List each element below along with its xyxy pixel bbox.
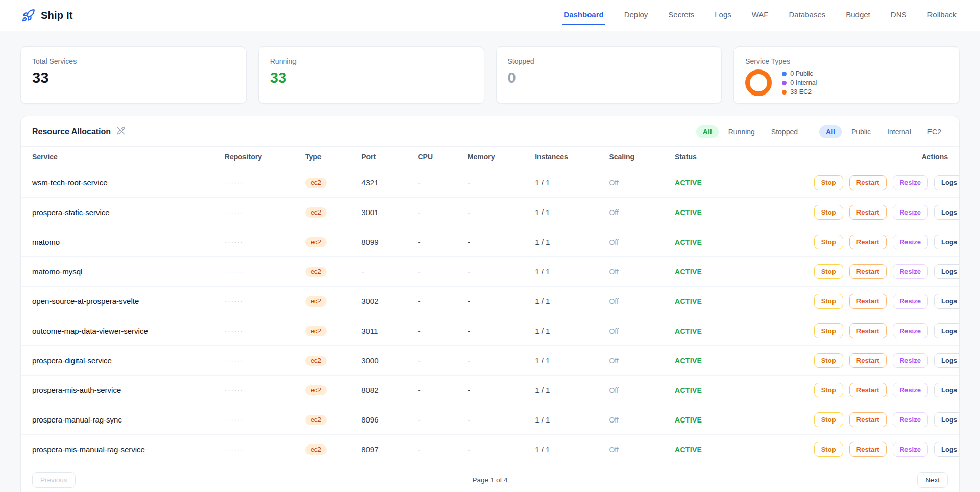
logs-button[interactable]: Logs [934, 383, 959, 397]
restart-button[interactable]: Restart [849, 323, 887, 338]
edit-off-icon [117, 127, 125, 137]
restart-button[interactable]: Restart [849, 353, 887, 368]
status-badge: ACTIVE [675, 376, 810, 405]
filter-status-all[interactable]: All [696, 125, 719, 138]
table-row: prospera-digital-service ······ ec2 3000… [21, 346, 959, 376]
resize-button[interactable]: Resize [893, 294, 928, 309]
resize-button[interactable]: Resize [893, 323, 928, 338]
restart-button[interactable]: Restart [849, 383, 887, 397]
filter-type-public[interactable]: Public [845, 125, 877, 138]
restart-button[interactable]: Restart [849, 264, 887, 279]
repository-masked: ······ [225, 198, 305, 227]
filter-status-running[interactable]: Running [722, 125, 762, 138]
status-badge: ACTIVE [675, 198, 810, 227]
scaling-cell: Off [609, 227, 675, 257]
restart-button[interactable]: Restart [849, 205, 887, 220]
resize-button[interactable]: Resize [893, 264, 928, 279]
type-badge: ec2 [305, 296, 327, 307]
table-header-row: Service Repository Type Port CPU Memory … [21, 147, 959, 168]
stop-button[interactable]: Stop [814, 294, 843, 309]
status-badge: ACTIVE [675, 405, 810, 435]
logs-button[interactable]: Logs [934, 442, 959, 457]
scaling-cell: Off [609, 257, 675, 287]
resize-button[interactable]: Resize [893, 175, 928, 190]
memory-cell: - [468, 346, 535, 376]
restart-button[interactable]: Restart [849, 442, 887, 457]
table-row: prospera-static-service ······ ec2 3001 … [21, 198, 959, 227]
filter-type-internal[interactable]: Internal [880, 125, 918, 138]
card-types-label: Service Types [745, 57, 948, 65]
tab-rollback[interactable]: Rollback [926, 6, 958, 25]
legend-dot-ec2 [782, 90, 787, 95]
legend-label-public: 0 Public [790, 70, 813, 77]
tab-waf[interactable]: WAF [751, 6, 770, 25]
cpu-cell: - [418, 198, 467, 227]
filter-type-ec2[interactable]: EC2 [921, 125, 948, 138]
resize-button[interactable]: Resize [893, 235, 928, 249]
filter-status-stopped[interactable]: Stopped [765, 125, 804, 138]
repository-masked: ······ [225, 376, 305, 405]
tab-logs[interactable]: Logs [714, 6, 732, 25]
card-stopped: Stopped 0 [496, 46, 722, 104]
stop-button[interactable]: Stop [814, 323, 843, 338]
table-row: outcome-map-data-viewer-service ······ e… [21, 316, 959, 346]
restart-button[interactable]: Restart [849, 294, 887, 309]
service-name: prospera-manual-rag-sync [21, 405, 225, 435]
stop-button[interactable]: Stop [814, 353, 843, 368]
tab-budget[interactable]: Budget [845, 6, 871, 25]
filter-type-all[interactable]: All [819, 125, 842, 138]
restart-button[interactable]: Restart [849, 235, 887, 249]
scaling-cell: Off [609, 168, 675, 198]
logs-button[interactable]: Logs [934, 205, 959, 220]
tab-databases[interactable]: Databases [788, 6, 827, 25]
scaling-cell: Off [609, 287, 675, 316]
logs-button[interactable]: Logs [934, 294, 959, 309]
table-row: matomo-mysql ······ ec2 - - - 1 / 1 Off … [21, 257, 959, 287]
stop-button[interactable]: Stop [814, 264, 843, 279]
logs-button[interactable]: Logs [934, 175, 959, 190]
stop-button[interactable]: Stop [814, 383, 843, 397]
instances-cell: 1 / 1 [535, 376, 609, 405]
logs-button[interactable]: Logs [934, 235, 959, 249]
cpu-cell: - [418, 287, 467, 316]
previous-page-button[interactable]: Previous [32, 472, 76, 488]
tab-secrets[interactable]: Secrets [667, 6, 695, 25]
resize-button[interactable]: Resize [893, 353, 928, 368]
resize-button[interactable]: Resize [893, 205, 928, 220]
instances-cell: 1 / 1 [535, 257, 609, 287]
stop-button[interactable]: Stop [814, 235, 843, 249]
logs-button[interactable]: Logs [934, 264, 959, 279]
instances-cell: 1 / 1 [535, 435, 609, 464]
logs-button[interactable]: Logs [934, 353, 959, 368]
status-badge: ACTIVE [675, 346, 810, 376]
card-service-types: Service Types 0 Public 0 Internal 33 EC2 [733, 46, 960, 104]
restart-button[interactable]: Restart [849, 175, 887, 190]
stop-button[interactable]: Stop [814, 205, 843, 220]
tab-deploy[interactable]: Deploy [623, 6, 649, 25]
rocket-logo-icon [21, 9, 35, 22]
stop-button[interactable]: Stop [814, 412, 843, 427]
col-status: Status [675, 147, 810, 168]
service-name: prospera-static-service [21, 198, 225, 227]
table-row: prospera-mis-auth-service ······ ec2 808… [21, 376, 959, 405]
service-name: wsm-tech-root-service [21, 168, 225, 198]
repository-masked: ······ [225, 405, 305, 435]
tab-dashboard[interactable]: Dashboard [562, 6, 604, 25]
legend-label-ec2: 33 EC2 [790, 88, 812, 96]
cpu-cell: - [418, 435, 467, 464]
tab-dns[interactable]: DNS [890, 6, 908, 25]
stop-button[interactable]: Stop [814, 442, 843, 457]
logs-button[interactable]: Logs [934, 412, 959, 427]
stop-button[interactable]: Stop [814, 175, 843, 190]
next-page-button[interactable]: Next [917, 472, 948, 488]
repository-masked: ······ [225, 257, 305, 287]
resize-button[interactable]: Resize [893, 383, 928, 397]
resize-button[interactable]: Resize [893, 442, 928, 457]
resize-button[interactable]: Resize [893, 412, 928, 427]
logs-button[interactable]: Logs [934, 323, 959, 338]
restart-button[interactable]: Restart [849, 412, 887, 427]
service-types-donut-chart [745, 69, 772, 96]
scaling-cell: Off [609, 435, 675, 464]
legend-dot-public [782, 72, 787, 76]
cpu-cell: - [418, 376, 467, 405]
